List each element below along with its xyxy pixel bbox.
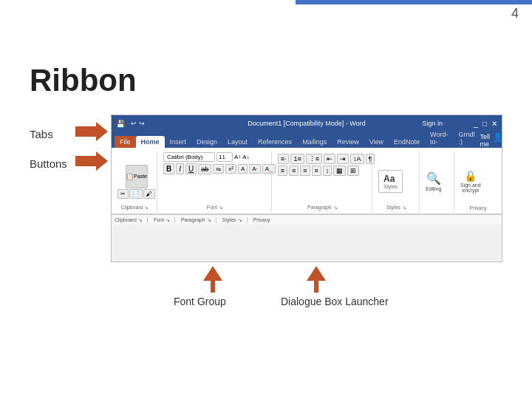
ribbon-group-clipboard: 📋Paste ✂ 📄 🖌 Clipboard ↘ <box>113 151 157 212</box>
privacy-label-text: Sign andencrypt <box>460 183 481 193</box>
top-accent-bar <box>296 0 532 4</box>
word-tabs-bar: File Home Insert Design Layout Reference… <box>112 132 502 148</box>
svg-marker-3 <box>307 266 326 293</box>
shading-button[interactable]: ▦ <box>333 166 346 176</box>
status-clipboard: Clipboard ↘ <box>115 217 148 223</box>
borders-button[interactable]: ⊞ <box>347 166 359 176</box>
clipboard-buttons: 📋Paste ✂ 📄 🖌 <box>117 152 152 211</box>
italic-button[interactable]: I <box>176 163 184 174</box>
window-controls: ⎯ □ ✕ <box>474 120 497 128</box>
font-label: Font ↘ <box>159 205 271 211</box>
word-status-bar: Clipboard ↘ Font ↘ Paragraph ↘ Styles ↘ … <box>112 214 502 225</box>
align-left-button[interactable]: ≡ <box>278 166 287 176</box>
buttons-arrow <box>75 151 108 171</box>
numbering-button[interactable]: 1≡ <box>290 154 304 164</box>
justify-button[interactable]: ≡ <box>312 166 321 176</box>
content-area: Tabs Buttons 💾 ↩ ↪ Document1 [Compatibil… <box>30 115 502 369</box>
ribbon-screenshot: 💾 ↩ ↪ Document1 [Compatibility Mode] - W… <box>111 115 502 262</box>
tab-endnote[interactable]: EndNote <box>389 136 425 148</box>
editing-label <box>421 205 454 211</box>
superscript-button[interactable]: x² <box>225 164 236 174</box>
tab-home[interactable]: Home <box>136 136 165 148</box>
search-icon: 🔍 <box>426 171 441 185</box>
tab-layout[interactable]: Layout <box>222 136 253 148</box>
svg-marker-0 <box>75 122 108 141</box>
strikethrough-button[interactable]: ab <box>198 164 211 174</box>
minimize-icon[interactable]: ⎯ <box>474 120 478 128</box>
tab-review[interactable]: Review <box>332 136 364 148</box>
tab-mailings[interactable]: Mailings <box>297 136 332 148</box>
align-center-button[interactable]: ≡ <box>289 166 299 176</box>
page-title: Ribbon <box>30 63 137 98</box>
label-tabs: Tabs <box>30 128 53 140</box>
tab-design[interactable]: Design <box>191 136 222 148</box>
clipboard-label: Clipboard ↘ <box>113 205 157 211</box>
word-titlebar: 💾 ↩ ↪ Document1 [Compatibility Mode] - W… <box>112 115 502 132</box>
signin-text: Sign in <box>422 120 443 127</box>
paste-button[interactable]: 📋Paste <box>126 165 148 188</box>
bullets-button[interactable]: ≡· <box>278 154 290 164</box>
ribbon-group-font: Calibri (Body) 11 A↑ A↓ B I U ab x₂ x² A… <box>159 151 272 212</box>
decrease-indent-button[interactable]: ⇤ <box>324 154 335 164</box>
ribbon-body: 📋Paste ✂ 📄 🖌 Clipboard ↘ Calibri (Body) <box>112 148 502 214</box>
align-right-button[interactable]: ≡ <box>300 166 310 176</box>
paragraph-label: Paragraph ↘ <box>273 205 372 211</box>
text-effects-button[interactable]: A <box>238 164 248 174</box>
ribbon-group-paragraph: ≡· 1≡ ⋮≡ ⇤ ⇥ ↕A ¶ ≡ ≡ ≡ ≡ ↕ ▦ <box>273 151 372 212</box>
status-privacy: Privacy <box>253 217 275 222</box>
line-spacing-button[interactable]: ↕ <box>323 166 332 176</box>
dialogue-box-launcher-arrow <box>307 266 326 296</box>
ribbon-group-styles: Aa Styles Styles ↘ <box>374 151 420 212</box>
tab-insert[interactable]: Insert <box>165 136 192 148</box>
privacy-label: Privacy <box>456 205 500 211</box>
copy-button[interactable]: 📄 <box>129 189 143 199</box>
svg-marker-1 <box>75 151 108 171</box>
slide-number: 4 <box>511 6 519 21</box>
status-styles: Styles ↘ <box>222 217 248 223</box>
label-buttons: Buttons <box>30 157 67 170</box>
sort-button[interactable]: ↕A <box>350 154 364 164</box>
text-highlight-button[interactable]: A· <box>249 164 261 174</box>
cut-button[interactable]: ✂ <box>117 189 129 199</box>
tab-references[interactable]: References <box>253 136 297 148</box>
ribbon-group-privacy: 🔒 Sign andencrypt Privacy <box>456 151 500 212</box>
font-size-dropdown[interactable]: 11 <box>216 152 233 162</box>
underline-button[interactable]: U <box>185 163 197 174</box>
privacy-buttons: 🔒 Sign andencrypt <box>460 152 496 211</box>
tabs-arrow <box>75 122 108 141</box>
font-size-down[interactable]: A↓ <box>242 154 249 160</box>
bold-button[interactable]: B <box>163 163 174 174</box>
increase-indent-button[interactable]: ⇥ <box>337 154 349 164</box>
font-group-label: Font Group <box>174 296 226 307</box>
format-painter-button[interactable]: 🖌 <box>143 189 155 199</box>
maximize-icon[interactable]: □ <box>482 120 487 128</box>
subscript-button[interactable]: x₂ <box>213 164 224 174</box>
font-name-dropdown[interactable]: Calibri (Body) <box>163 152 215 162</box>
privacy-icon: 🔒 <box>464 170 477 182</box>
styles-gallery[interactable]: Aa Styles <box>378 170 403 193</box>
styles-buttons: Aa Styles <box>378 152 415 211</box>
dialogue-box-launcher-label: Dialogue Box Launcher <box>281 296 389 307</box>
editing-label-text: Editing <box>426 186 441 191</box>
editing-buttons: 🔍 Editing <box>426 152 449 211</box>
multilevel-button[interactable]: ⋮≡ <box>306 154 322 164</box>
font-buttons: Calibri (Body) 11 A↑ A↓ B I U ab x₂ x² A… <box>163 152 267 211</box>
titlebar-text: Document1 [Compatibility Mode] - Word <box>248 120 365 127</box>
font-group-arrow <box>203 266 222 296</box>
ribbon-group-editing: 🔍 Editing <box>421 151 454 212</box>
svg-marker-2 <box>203 266 222 293</box>
tab-view[interactable]: View <box>364 136 389 148</box>
font-size-up[interactable]: A↑ <box>234 154 241 160</box>
paragraph-buttons: ≡· 1≡ ⋮≡ ⇤ ⇥ ↕A ¶ ≡ ≡ ≡ ≡ ↕ ▦ <box>278 152 367 211</box>
tab-file[interactable]: File <box>115 136 136 148</box>
status-font: Font ↘ <box>154 217 175 223</box>
close-icon[interactable]: ✕ <box>491 120 497 128</box>
status-paragraph: Paragraph ↘ <box>181 217 216 223</box>
styles-label: Styles ↘ <box>374 205 419 211</box>
